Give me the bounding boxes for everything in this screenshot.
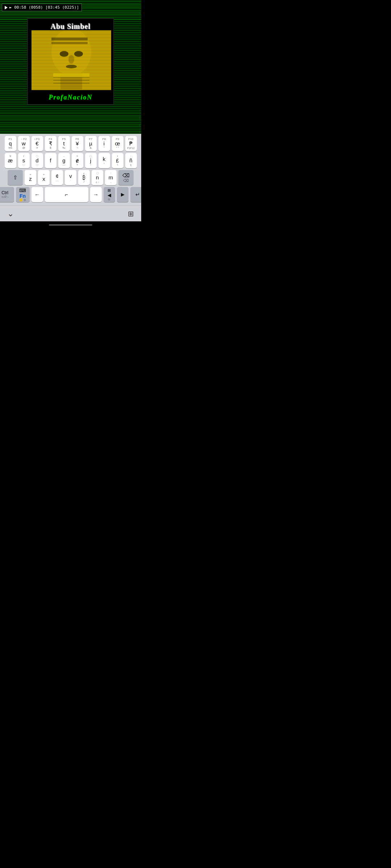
key-shift[interactable]: ⇧ (8, 170, 23, 185)
key-o[interactable]: F9 œ " " (112, 136, 123, 151)
game-title-text: Abu Simbel (28, 22, 113, 31)
key-p[interactable]: F10 ₱ F1F12 (125, 136, 137, 151)
key-arrow-right[interactable]: → (90, 187, 102, 202)
play-icon (5, 6, 8, 9)
key-media-left[interactable]: ⊞ ◀ ⊟ (104, 187, 115, 202)
key-e[interactable]: i F3 € # (31, 136, 43, 151)
key-delete[interactable]: ⌫ ⌫ (118, 170, 134, 185)
keyboard-row-2: \t æ ` i s ◌ ◌ d ◌ f - g — ≈ ɇ + (1, 153, 140, 168)
key-g[interactable]: - g — (58, 153, 70, 168)
key-k[interactable]: k › (98, 153, 110, 168)
home-indicator-area (0, 221, 141, 227)
key-i[interactable]: F8 i ° (98, 136, 110, 151)
keyboard-row-3: ⇧ « z » x ¢ … v · ¿ ₿ / ◌ n (1, 170, 140, 185)
game-subtitle-text: ProfaNacioN (28, 94, 113, 101)
key-d[interactable]: ◌ d ◌ (31, 153, 43, 168)
key-w[interactable]: ~ F2 w @ (18, 136, 30, 151)
keyboard-grid-icon[interactable]: ⊞ (128, 209, 134, 218)
pharaoh-graphic (31, 30, 111, 90)
key-x[interactable]: » x (38, 170, 50, 185)
emulator-screen: ► 00:58 (0058) [03:45 (0225)] Abu Simbel (0, 0, 141, 134)
key-y[interactable]: F6 ¥ ¬ (72, 136, 83, 151)
keyboard-row-1: F1 q Ins ~ F2 w @ i F3 € # F4 ₹ $ F5 t ‰… (1, 136, 140, 151)
key-f[interactable]: f (45, 153, 56, 168)
svg-rect-14 (31, 30, 111, 90)
keyboard-row-4: Ctrl πλ∇¬ ⌨ Fn 🙂 ⚙ ← ⌐ → ⊞ ◀ ⊟ ▶ ↵ (1, 187, 140, 202)
key-z[interactable]: « z (25, 170, 36, 185)
key-a[interactable]: \t æ ` (5, 153, 16, 168)
key-fn[interactable]: ⌨ Fn 🙂 ⚙ (16, 187, 30, 202)
chevron-down-icon[interactable]: ⌄ (7, 209, 14, 218)
home-bar (49, 224, 92, 226)
key-j[interactable]: ◌ j ‹ (85, 153, 97, 168)
key-t[interactable]: F5 t ‰ (58, 136, 70, 151)
key-r[interactable]: F4 ₹ $ (45, 136, 56, 151)
nav-bar: ⌄ ⊞ (0, 205, 141, 221)
key-return[interactable]: ↵ (130, 187, 142, 202)
key-n2[interactable]: : ñ ç (125, 153, 137, 168)
key-b[interactable]: ¿ ₿ / (78, 170, 90, 185)
game-image: Abu Simbel (27, 18, 114, 105)
key-arrow-left[interactable]: ← (31, 187, 43, 202)
key-m[interactable]: : m , (105, 170, 117, 185)
key-s[interactable]: i s ◌ (18, 153, 30, 168)
time-display: ► 00:58 (0058) [03:45 (0225)] (2, 4, 82, 11)
key-v[interactable]: v · (65, 170, 76, 185)
key-q[interactable]: F1 q Ins (5, 136, 16, 151)
key-h[interactable]: ≈ ɇ + (72, 153, 83, 168)
key-ctrl[interactable]: Ctrl πλ∇¬ (0, 187, 14, 202)
key-u[interactable]: F7 µ & (85, 136, 97, 151)
time-text: ► 00:58 (0058) [03:45 (0225)] (9, 5, 79, 10)
key-n[interactable]: ◌ n ¿ ; (92, 170, 103, 185)
key-space[interactable]: ⌐ (45, 187, 88, 202)
key-c[interactable]: ¢ … (51, 170, 63, 185)
keyboard: F1 q Ins ~ F2 w @ i F3 € # F4 ₹ $ F5 t ‰… (0, 134, 141, 205)
key-l[interactable]: i £ \ (112, 153, 123, 168)
key-media-right[interactable]: ▶ (117, 187, 129, 202)
